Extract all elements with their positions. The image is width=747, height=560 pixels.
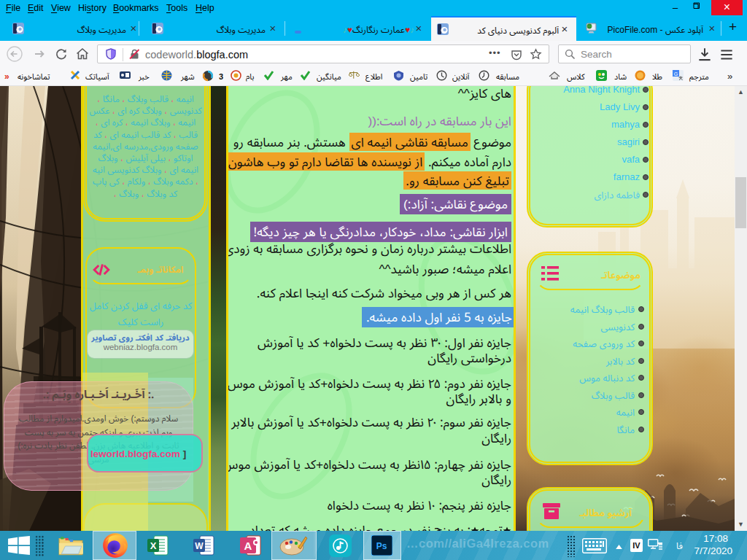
svg-text:W: W xyxy=(195,541,204,551)
svg-text:X: X xyxy=(150,540,157,551)
svg-text:A: A xyxy=(244,540,252,552)
svg-text:G: G xyxy=(674,71,678,77)
svg-text:Ps: Ps xyxy=(376,541,387,551)
